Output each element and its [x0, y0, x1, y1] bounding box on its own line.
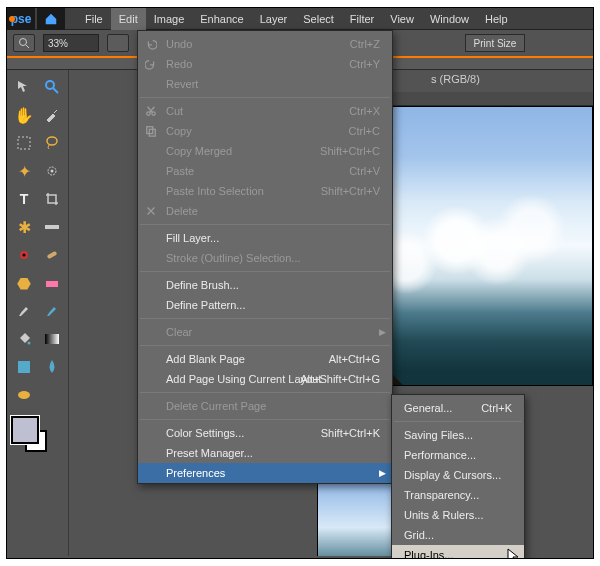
tool-blur[interactable] — [39, 354, 65, 380]
menu-item-shortcut: Ctrl+C — [349, 125, 380, 137]
menu-item-label: Revert — [166, 78, 198, 90]
menu-item-label: Delete Current Page — [166, 400, 266, 412]
menu-item-label: Display & Cursors... — [404, 469, 501, 481]
tool-crop[interactable] — [39, 186, 65, 212]
cookie-icon: ✱ — [18, 218, 31, 237]
menu-item-color-settings[interactable]: Color Settings...Shift+Ctrl+K — [138, 423, 392, 443]
wand-icon: ✦ — [18, 162, 31, 181]
menu-item-fill-layer[interactable]: Fill Layer... — [138, 228, 392, 248]
tool-lasso[interactable] — [39, 130, 65, 156]
menu-item-label: Grid... — [404, 529, 434, 541]
menu-filter[interactable]: Filter — [342, 8, 382, 30]
tool-move[interactable] — [11, 74, 37, 100]
tool-clone[interactable]: ⬣ — [11, 270, 37, 296]
menu-help[interactable]: Help — [477, 8, 516, 30]
pref-item-saving-files[interactable]: Saving Files... — [392, 425, 524, 445]
menu-item-add-page-using-current-layout[interactable]: Add Page Using Current LayoutAlt+Shift+C… — [138, 369, 392, 389]
menu-item-shortcut: Ctrl+Y — [349, 58, 380, 70]
menu-item-label: Units & Rulers... — [404, 509, 483, 521]
tool-shape[interactable] — [11, 354, 37, 380]
menu-item-label: Copy Merged — [166, 145, 232, 157]
svg-rect-14 — [45, 334, 59, 344]
menu-view[interactable]: View — [382, 8, 422, 30]
menu-edit[interactable]: Edit — [111, 8, 146, 30]
menu-layer[interactable]: Layer — [252, 8, 296, 30]
menu-item-label: Define Brush... — [166, 279, 239, 291]
menu-file[interactable]: File — [77, 8, 111, 30]
pref-item-units-rulers[interactable]: Units & Rulers... — [392, 505, 524, 525]
menu-window[interactable]: Window — [422, 8, 477, 30]
pref-item-display-cursors[interactable]: Display & Cursors... — [392, 465, 524, 485]
menu-image[interactable]: Image — [146, 8, 193, 30]
options-tool-preset[interactable] — [13, 34, 35, 52]
eyedropper-icon — [44, 107, 60, 123]
preferences-submenu: General...Ctrl+KSaving Files...Performan… — [391, 394, 525, 559]
menu-item-preferences[interactable]: Preferences▶ — [138, 463, 392, 483]
color-swatches[interactable] — [11, 410, 65, 460]
menu-item-define-pattern[interactable]: Define Pattern... — [138, 295, 392, 315]
pref-item-general[interactable]: General...Ctrl+K — [392, 398, 524, 418]
tool-brush[interactable] — [11, 298, 37, 324]
tool-marquee[interactable] — [11, 130, 37, 156]
menu-item-label: Undo — [166, 38, 192, 50]
menu-item-shortcut: Shift+Ctrl+K — [321, 427, 380, 439]
menu-item-label: Plug-Ins... — [404, 549, 454, 559]
tool-quickselect[interactable] — [39, 158, 65, 184]
menu-item-clear: Clear▶ — [138, 322, 392, 342]
menu-item-cut: CutCtrl+X — [138, 101, 392, 121]
menu-item-add-blank-page[interactable]: Add Blank PageAlt+Ctrl+G — [138, 349, 392, 369]
tool-redeye[interactable] — [11, 242, 37, 268]
menu-item-label: Delete — [166, 205, 198, 217]
menu-item-label: Paste Into Selection — [166, 185, 264, 197]
tool-wand[interactable]: ✦ — [11, 158, 37, 184]
type-icon: T — [20, 191, 29, 207]
options-chip-1[interactable] — [107, 34, 129, 52]
menu-item-define-brush[interactable]: Define Brush... — [138, 275, 392, 295]
tool-hand[interactable]: ✋ — [11, 102, 37, 128]
brush-icon — [16, 303, 32, 319]
tool-straighten[interactable] — [39, 214, 65, 240]
menu-item-preset-manager[interactable]: Preset Manager... — [138, 443, 392, 463]
menu-item-label: Stroke (Outline) Selection... — [166, 252, 301, 264]
tool-healing[interactable] — [39, 242, 65, 268]
pref-item-plug-ins[interactable]: Plug-Ins... — [392, 545, 524, 559]
menu-item-shortcut: Alt+Shift+Ctrl+G — [300, 373, 380, 385]
svg-rect-11 — [47, 251, 58, 259]
menu-item-delete-current-page: Delete Current Page — [138, 396, 392, 416]
pref-item-grid[interactable]: Grid... — [392, 525, 524, 545]
menu-item-stroke-outline-selection: Stroke (Outline) Selection... — [138, 248, 392, 268]
menu-item-label: Clear — [166, 326, 192, 338]
foreground-color-swatch[interactable] — [11, 416, 39, 444]
tool-bucket[interactable] — [11, 326, 37, 352]
tool-eraser[interactable] — [39, 270, 65, 296]
menu-item-shortcut: Alt+Ctrl+G — [329, 353, 380, 365]
tool-eyedropper[interactable] — [39, 102, 65, 128]
menu-select[interactable]: Select — [295, 8, 342, 30]
tool-smartbrush[interactable] — [39, 298, 65, 324]
menu-item-label: Preset Manager... — [166, 447, 253, 459]
print-size-button[interactable]: Print Size — [465, 34, 525, 52]
zoom-field[interactable]: 33% — [43, 34, 99, 52]
menu-item-label: Copy — [166, 125, 192, 137]
menu-item-label: Preferences — [166, 467, 225, 479]
tool-zoom[interactable] — [39, 74, 65, 100]
straighten-icon — [44, 223, 60, 231]
tool-cookie[interactable]: ✱ — [11, 214, 37, 240]
pref-item-transparency[interactable]: Transparency... — [392, 485, 524, 505]
tool-gradient[interactable] — [39, 326, 65, 352]
svg-point-2 — [46, 81, 54, 89]
svg-point-13 — [28, 342, 31, 345]
zoom-icon — [18, 37, 30, 49]
home-button[interactable] — [37, 8, 65, 30]
tool-sponge[interactable] — [11, 382, 37, 408]
menu-item-redo: RedoCtrl+Y — [138, 54, 392, 74]
tool-type[interactable]: T — [11, 186, 37, 212]
tool-empty — [39, 382, 65, 408]
menu-enhance[interactable]: Enhance — [192, 8, 251, 30]
menu-item-shortcut: Ctrl+K — [481, 402, 512, 414]
clone-icon: ⬣ — [17, 274, 31, 293]
svg-point-5 — [47, 137, 57, 145]
pref-item-performance[interactable]: Performance... — [392, 445, 524, 465]
crop-icon — [44, 191, 60, 207]
tab-indicator-icon — [9, 16, 15, 22]
